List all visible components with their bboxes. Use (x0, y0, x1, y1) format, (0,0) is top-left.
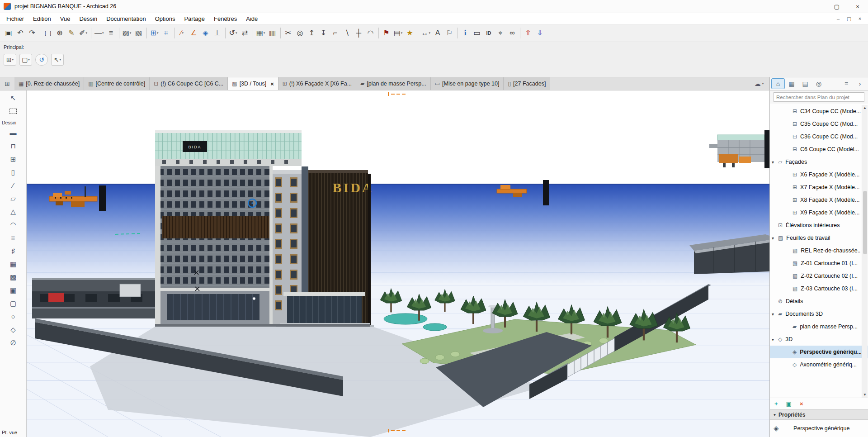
doc-restore-button[interactable]: ▢ (844, 13, 854, 24)
navigator-menu-icon[interactable]: ≡ (840, 78, 853, 89)
menu-item-partage[interactable]: Partage (179, 13, 209, 24)
pen-button[interactable]: ✐▾ (77, 26, 89, 40)
tree-scrollbar[interactable]: ▲▼ (862, 105, 868, 398)
tool-lamp[interactable]: ○ (5, 310, 21, 323)
tool-door[interactable]: ⊓ (5, 139, 21, 152)
cloud-sync-button[interactable]: ☁ ▾ (749, 77, 769, 90)
pickup-parameters-button[interactable]: ↥ (306, 26, 318, 40)
menu-item-documentation[interactable]: Documentation (102, 13, 150, 24)
surface-button[interactable]: ▧ (133, 26, 145, 40)
tree-item-feuilles-de-travail[interactable]: ▾▨Feuilles de travail (770, 232, 868, 244)
tab-0-rez-de-chaussée[interactable]: ▦[0. Rez-de-chaussée] (14, 77, 84, 90)
tree-item-c36-coupe-cc-mod[interactable]: ⊟C36 Coupe CC (Mod... (770, 130, 868, 143)
group-button[interactable]: ▦▾ (255, 26, 267, 40)
clone-folder-button[interactable]: ▣ (786, 400, 792, 407)
id-button[interactable]: ID (483, 26, 495, 40)
quick-layout-button[interactable]: ⊞ (0, 77, 14, 90)
tab-close-icon[interactable]: × (270, 81, 274, 87)
marquee-default-button[interactable]: ▢▾ (19, 54, 32, 66)
tool-beam[interactable]: ∕ (5, 179, 21, 192)
new-viewpoint-button[interactable]: + (774, 400, 778, 407)
tool-selection-marquee[interactable] (5, 104, 21, 118)
label-button[interactable]: ⚐ (443, 26, 455, 40)
publisher-icon[interactable]: ◎ (812, 78, 826, 89)
properties-header[interactable]: ▾ Propriétés (770, 409, 868, 420)
line-type-button[interactable]: ―▾ (93, 26, 105, 40)
tab-c6-coupe-cc-c6-c[interactable]: ⊟(!) C6 Coupe CC [C6 C... (150, 77, 228, 90)
undo-button[interactable]: ↶ (14, 26, 26, 40)
tree-item-façades[interactable]: ▾▱Façades (770, 156, 868, 168)
tool-opening[interactable]: ∅ (5, 336, 21, 349)
tool-shell[interactable]: ◠ (5, 218, 21, 231)
fillet-button[interactable]: ◠ (365, 26, 377, 40)
tool-select-arrow[interactable]: ↖ (5, 91, 21, 104)
gravity-button[interactable]: ⊥ (212, 26, 223, 40)
menu-item-fichier[interactable]: Fichier (2, 13, 28, 24)
arrow-tool-button[interactable]: ↖▾ (51, 54, 64, 66)
reset-orientation-button[interactable]: ↺ (35, 54, 48, 66)
suspend-groups-button[interactable]: ▥ (267, 26, 278, 40)
tool-window[interactable]: ⊞ (5, 152, 21, 166)
flag-button[interactable]: ⚑ (381, 26, 392, 40)
tree-item-c35-coupe-cc-mod[interactable]: ⊟C35 Coupe CC (Mod... (770, 118, 868, 130)
layout-book-icon[interactable]: ▤ (798, 78, 812, 89)
view-map-icon[interactable]: ▦ (785, 78, 798, 89)
save-button[interactable]: ▣ (3, 26, 14, 40)
tool-wall[interactable]: ▬ (5, 126, 21, 139)
snap-guides-button[interactable]: ∠ (188, 26, 200, 40)
maximize-button[interactable]: ▢ (826, 0, 847, 13)
redo-button[interactable]: ↷ (26, 26, 38, 40)
grid-snap-button[interactable]: ⊞▾ (149, 26, 160, 40)
menu-item-vue[interactable]: Vue (56, 13, 75, 24)
tool-morph[interactable]: ◇ (5, 323, 21, 336)
tree-item-x7-façade-x-modèle[interactable]: ⊞X7 Façade X (Modèle... (770, 181, 868, 194)
arrow-default-button[interactable]: ⊞▾ (4, 54, 16, 66)
inject-parameters-button[interactable]: ↧ (318, 26, 330, 40)
project-map-icon[interactable]: ⌂ (771, 78, 785, 89)
tree-item-x6-façade-x-modèle[interactable]: ⊞X6 Façade X (Modèle... (770, 168, 868, 181)
tree-item-c6-coupe-cc-modèl[interactable]: ⊟C6 Coupe CC (Modèl... (770, 143, 868, 156)
tool-object[interactable]: ▢ (5, 297, 21, 310)
zoom-button[interactable]: ⊕ (54, 26, 66, 40)
tool-mesh[interactable]: ▩ (5, 271, 21, 284)
tool-zone[interactable]: ▣ (5, 284, 21, 297)
tree-item-élévations-intérieures[interactable]: ⊡Élévations intérieures (770, 219, 868, 232)
favorites-button[interactable]: ★ (404, 26, 416, 40)
menu-item-fenêtres[interactable]: Fenêtres (209, 13, 241, 24)
close-button[interactable]: × (847, 0, 868, 13)
cut-button[interactable]: ✂ (283, 26, 294, 40)
find-button[interactable]: ⌖ (495, 26, 506, 40)
rotate-button[interactable]: ↺▾ (227, 26, 239, 40)
minimize-button[interactable]: – (806, 0, 826, 13)
chevron-down-icon[interactable]: ▾ (772, 312, 774, 317)
chevron-down-icon[interactable]: ▾ (772, 160, 774, 165)
pencil-button[interactable]: ✎ (66, 26, 77, 40)
mirror-button[interactable]: ⇄ (239, 26, 251, 40)
tool-roof[interactable]: △ (5, 205, 21, 218)
tree-item-z-02-cartouche-02-i[interactable]: ▧Z-02 Cartouche 02 (I... (770, 270, 868, 282)
doc-minimize-button[interactable]: – (833, 13, 844, 24)
search-input[interactable] (774, 92, 864, 102)
tab-centre-de-contrôle[interactable]: ▥[Centre de contrôle] (84, 77, 150, 90)
tab-mise-en-page-type-10[interactable]: ▭[Mise en page type 10] (431, 77, 504, 90)
guide-lines-button[interactable]: ∕▾ (176, 26, 188, 40)
menu-item-aide[interactable]: Aide (241, 13, 262, 24)
info-button[interactable]: ℹ (459, 26, 471, 40)
tree-item-documents-3d[interactable]: ▾▰Documents 3D (770, 308, 868, 320)
tool-curtain-wall[interactable]: ▦ (5, 257, 21, 271)
3d-scene[interactable]: BIDA (27, 90, 769, 437)
text-tool-button[interactable]: A (432, 26, 443, 40)
tree-item-axonométrie-génériq[interactable]: ◇Axonométrie génériq... (770, 358, 868, 371)
chevron-down-icon[interactable]: ▾ (772, 337, 774, 342)
teamwork-send-button[interactable]: ⇧ (522, 26, 534, 40)
tab-3d-tous[interactable]: ▧[3D / Tous]× (228, 77, 278, 90)
tree-item-plan-de-masse-persp[interactable]: ▰plan de masse Persp... (770, 320, 868, 333)
tree-item-c34-coupe-cc-mode[interactable]: ⊟C34 Coupe CC (Mode... (770, 105, 868, 118)
tree-item-3d[interactable]: ▾◇3D (770, 333, 868, 346)
adjust-button[interactable]: ┼ (353, 26, 365, 40)
tool-column[interactable]: ▯ (5, 166, 21, 179)
tree-item-x9-façade-x-modèle[interactable]: ⊞X9 Façade X (Modèle... (770, 206, 868, 219)
dimension-button[interactable]: ↔▾ (420, 26, 432, 40)
menu-item-dessin[interactable]: Dessin (75, 13, 102, 24)
layers-button[interactable]: ▤▾ (392, 26, 404, 40)
